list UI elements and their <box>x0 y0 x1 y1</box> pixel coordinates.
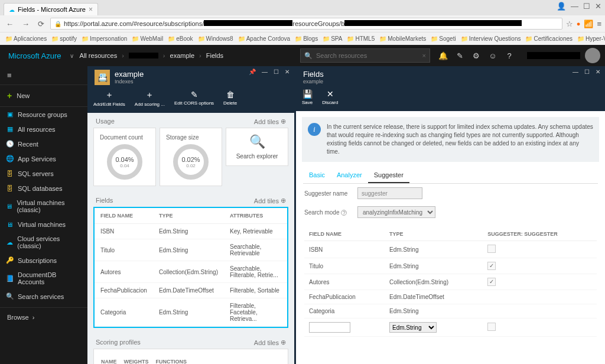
rss-icon[interactable]: 📶 <box>584 20 593 28</box>
add-tiles-button[interactable]: Add tiles ⊕ <box>254 197 286 204</box>
help-icon[interactable]: ? <box>341 210 347 216</box>
user-icon[interactable]: 👤 <box>557 2 566 11</box>
bookmark-item[interactable]: 📁Impersonation <box>80 35 129 43</box>
search-box[interactable]: 🔍 × <box>300 48 430 63</box>
table-row[interactable]: AutoresCollection(Edm.String)Searchable,… <box>95 261 287 283</box>
forward-icon[interactable]: → <box>19 20 32 28</box>
search-input[interactable] <box>316 52 419 59</box>
toolbar-button[interactable]: ✎Edit CORS options <box>174 90 214 107</box>
close-icon[interactable]: × <box>89 5 93 14</box>
maximize-blade-icon[interactable]: ☐ <box>584 69 590 75</box>
breadcrumb-item[interactable]: example <box>170 52 195 59</box>
bookmark-item[interactable]: 📁SPA <box>321 35 344 43</box>
url-input[interactable]: 🔒 https://portal.azure.com/#resource/sub… <box>50 18 562 30</box>
new-field-type-select[interactable]: Edm.String <box>389 322 437 333</box>
breadcrumb-item[interactable]: All resources <box>80 52 118 59</box>
sidebar-item[interactable]: ▦All resources <box>0 122 87 136</box>
sidebar-item[interactable]: 🔍Search services <box>0 289 87 304</box>
bookmark-item[interactable]: 📁HTML5 <box>345 35 376 43</box>
hamburger-icon[interactable]: ≡ <box>0 66 87 85</box>
new-field-name-input[interactable] <box>309 322 350 333</box>
sidebar-item[interactable]: 🖥Virtual machines <box>0 217 87 232</box>
sidebar-item[interactable]: ☁Cloud services (classic) <box>0 232 87 253</box>
sidebar-item[interactable]: 🗄SQL servers <box>0 166 87 181</box>
close-window-icon[interactable]: ✕ <box>595 2 601 11</box>
sidebar-item[interactable]: 📘DocumentDB Accounts <box>0 268 87 289</box>
bookmark-item[interactable]: 📁Apache Cordova <box>236 35 292 43</box>
sidebar-item[interactable]: ▣Resource groups <box>0 107 87 122</box>
clear-icon[interactable]: × <box>422 52 426 59</box>
add-tiles-button[interactable]: Add tiles ⊕ <box>254 118 286 125</box>
storage-tile[interactable]: Storage size 0.02% 0.02 <box>160 128 222 186</box>
star-icon[interactable]: ☆ <box>566 20 573 28</box>
bookmark-item[interactable]: 📁WebMail <box>130 35 165 43</box>
sidebar-item[interactable]: 🌐App Services <box>0 151 87 166</box>
maximize-blade-icon[interactable]: ☐ <box>274 69 279 75</box>
tab-suggester[interactable]: Suggester <box>368 168 409 183</box>
maximize-icon[interactable]: ☐ <box>583 2 590 11</box>
chevron-down-icon[interactable]: ∨ <box>70 53 80 59</box>
fields-table-box[interactable]: FIELD NAMETYPEATTRIBUTESISBNEdm.StringKe… <box>93 207 288 328</box>
sidebar-item[interactable]: 🖥Virtual machines (classic) <box>0 196 87 217</box>
minimize-icon[interactable]: — <box>571 2 578 11</box>
toolbar-button[interactable]: ✕Discard <box>322 89 338 105</box>
breadcrumb-item[interactable] <box>129 53 158 58</box>
close-blade-icon[interactable]: ✕ <box>596 69 600 75</box>
table-row[interactable]: TituloEdm.StringSearchable, Retrievable <box>95 239 287 261</box>
new-button[interactable]: + New <box>0 85 87 107</box>
minimize-blade-icon[interactable]: — <box>262 69 268 75</box>
table-row[interactable]: FechaPublicacionEdm.DateTimeOffsetFilter… <box>95 283 287 298</box>
doc-count-tile[interactable]: Document count 0.04% 0.04 <box>93 128 156 186</box>
checkbox[interactable] <box>487 245 496 253</box>
sidebar-item[interactable]: 🔑Subscriptions <box>0 253 87 268</box>
minimize-blade-icon[interactable]: — <box>573 69 578 75</box>
bookmark-item[interactable]: 📁eBook <box>166 35 194 43</box>
sidebar-item-label: All resources <box>18 126 56 133</box>
table-row[interactable]: CategoriaEdm.StringFilterable, Facetable… <box>95 298 287 327</box>
search-mode-select[interactable]: analyzingInfixMatching <box>357 206 435 218</box>
bookmark-item[interactable]: 📁Sogeti <box>429 35 457 43</box>
toolbar-button[interactable]: ＋Add scoring ... <box>135 90 165 107</box>
bell-icon[interactable]: 🔔 <box>435 45 451 66</box>
search-explorer-tile[interactable]: 🔍 Search explorer <box>226 128 288 166</box>
tab-basic[interactable]: Basic <box>303 168 331 183</box>
bookmark-item[interactable]: 📁Hyper-V AnyConnect <box>575 35 605 43</box>
bookmark-item[interactable]: 📁MobileMarkets <box>378 35 428 43</box>
menu-icon[interactable]: ≡ <box>597 20 601 28</box>
reload-icon[interactable]: ⟳ <box>35 20 47 28</box>
edit-icon[interactable]: ✎ <box>451 45 468 66</box>
browse-button[interactable]: Browse › <box>0 307 87 327</box>
checkbox[interactable] <box>487 323 496 331</box>
tab-analyzer[interactable]: Analyzer <box>331 168 368 183</box>
sidebar-item[interactable]: 🗄SQL databases <box>0 181 87 196</box>
sidebar-item[interactable]: 🕓Recent <box>0 136 87 151</box>
suggester-name-input[interactable] <box>357 187 422 199</box>
toolbar-button[interactable]: 🗑Delete <box>223 90 237 107</box>
ext-icon[interactable]: ● <box>577 20 581 27</box>
table-row[interactable]: ISBNEdm.StringKey, Retrievable <box>95 224 287 239</box>
bookmark-item[interactable]: 📁Certificaciones <box>523 35 574 43</box>
breadcrumb-item[interactable]: Fields <box>206 52 223 59</box>
help-icon[interactable]: ? <box>501 45 518 66</box>
checkbox[interactable] <box>487 262 496 270</box>
pin-icon[interactable]: 📌 <box>249 69 256 75</box>
toolbar-button[interactable]: 💾Save <box>302 89 313 105</box>
azure-logo[interactable]: Microsoft Azure <box>0 51 70 60</box>
scoring-box[interactable]: NAME WEIGHTS FUNCTIONS You haven't creat… <box>93 349 288 364</box>
browser-tab[interactable]: ☁ Fields - Microsoft Azure × <box>4 3 98 15</box>
bookmark-item[interactable]: 📁Blogs <box>293 35 320 43</box>
bookmark-item[interactable]: 📁Interview Questions <box>459 35 523 43</box>
bookmark-item[interactable]: 📁Windows8 <box>196 35 235 43</box>
avatar[interactable] <box>585 48 600 63</box>
gear-icon[interactable]: ⚙ <box>468 45 484 66</box>
user-name[interactable] <box>527 52 580 59</box>
close-blade-icon[interactable]: ✕ <box>285 69 290 75</box>
checkbox[interactable] <box>487 278 496 286</box>
bookmark-item[interactable]: 📁spotify <box>50 35 79 43</box>
toolbar-button[interactable]: ＋Add/Edit Fields <box>93 90 125 107</box>
feedback-icon[interactable]: ☺ <box>484 45 501 66</box>
add-tiles-button[interactable]: Add tiles ⊕ <box>254 339 286 346</box>
back-icon[interactable]: ← <box>4 20 16 28</box>
table-row: TituloEdm.String <box>304 258 597 274</box>
bookmark-item[interactable]: 📁Aplicaciones <box>4 35 48 43</box>
